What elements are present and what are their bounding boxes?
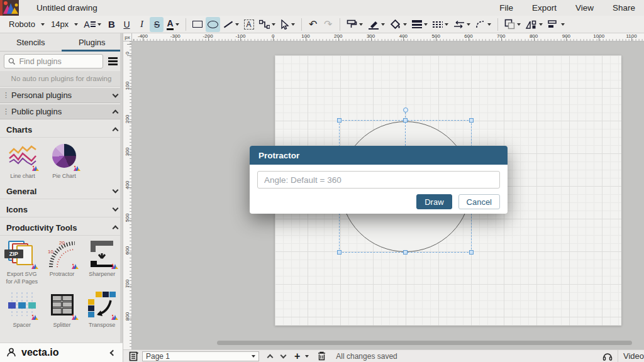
rotation-handle[interactable] (403, 107, 408, 112)
selection-handle-ne[interactable] (469, 118, 474, 123)
sidebar-scrollbar[interactable] (120, 33, 123, 343)
corner-rounding-button[interactable] (474, 17, 493, 32)
plugin-splitter[interactable]: Splitter (44, 290, 80, 329)
h-ruler-label: -400 (138, 33, 148, 39)
font-color-button[interactable]: A (165, 17, 180, 32)
section-icons[interactable]: Icons (0, 202, 123, 217)
font-color-glyph: A (167, 19, 173, 30)
angle-input[interactable] (257, 171, 500, 189)
text-tool-button[interactable]: A (242, 17, 256, 32)
page-select[interactable]: Page 1 (142, 351, 259, 361)
delete-page-button[interactable] (318, 351, 326, 361)
headphones-icon[interactable] (602, 351, 613, 361)
selection-handle-s[interactable] (403, 250, 408, 255)
text-style-glyph: A (84, 19, 89, 30)
plugin-pie-chart[interactable]: Pie Chart (45, 141, 83, 180)
prev-page-button[interactable] (268, 353, 272, 359)
document-title[interactable]: Untitled drawing (36, 3, 97, 13)
format-painter-button[interactable] (345, 17, 365, 32)
export-svg-icon: ZIP (7, 239, 37, 268)
plugin-menu-button[interactable] (107, 56, 119, 67)
connector-tool-button[interactable] (257, 17, 277, 32)
menu-export[interactable]: Export (532, 3, 557, 13)
protractor-number-10: 10 (48, 249, 53, 255)
plugin-spacer[interactable]: Spacer (4, 290, 40, 329)
plugin-transpose[interactable]: Transpose (84, 290, 120, 329)
chevron-down-icon (381, 23, 385, 26)
plugin-line-chart[interactable]: Line chart (4, 141, 42, 180)
v-ruler-label: 400 (125, 179, 130, 190)
strikethrough-button[interactable]: S (150, 17, 164, 32)
format-painter-icon (347, 19, 357, 30)
menu-share[interactable]: Share (613, 3, 635, 13)
save-status: All changes saved (336, 352, 397, 361)
pages-icon[interactable] (129, 351, 138, 361)
toolbar-separator (497, 18, 498, 31)
plugin-sharpener[interactable]: Sharpener (84, 239, 120, 285)
bold-glyph: B (108, 19, 115, 30)
draw-button[interactable]: Draw (416, 194, 452, 209)
menu-file[interactable]: File (499, 3, 513, 13)
menu-view[interactable]: View (575, 3, 594, 13)
add-page-button[interactable]: + (294, 351, 300, 361)
underline-button[interactable]: U (119, 17, 133, 32)
v-ruler-label: 0 (125, 48, 130, 59)
brand-name[interactable]: vecta.io (21, 347, 59, 358)
line-ends-button[interactable] (452, 17, 472, 32)
ellipse-tool-button[interactable] (206, 17, 220, 32)
text-style-button[interactable]: A (82, 17, 103, 32)
section-label: General (6, 187, 36, 196)
collapse-sidebar-button[interactable] (110, 349, 116, 356)
pointer-tool-button[interactable] (279, 17, 297, 32)
line-tool-button[interactable] (221, 17, 241, 32)
selection-handle-nw[interactable] (337, 118, 341, 123)
dialog-title[interactable]: Protractor (250, 146, 508, 165)
line-icon (223, 21, 232, 28)
vecta-logo-icon[interactable] (0, 0, 19, 16)
tab-plugins[interactable]: Plugins (62, 33, 123, 51)
selection-handle-se[interactable] (469, 250, 474, 255)
paint-bucket-icon (390, 19, 401, 30)
undo-button[interactable]: ↶ (306, 17, 320, 32)
drag-grip-icon: ⋮ (3, 92, 9, 99)
rectangle-tool-button[interactable] (191, 17, 204, 32)
fill-color-button[interactable] (388, 17, 409, 32)
line-style-button[interactable] (431, 17, 450, 32)
h-ruler-label: 500 (432, 33, 440, 39)
font-family-select[interactable]: Roboto (6, 17, 47, 32)
plugin-protractor[interactable]: 10 20 Protractor (44, 239, 80, 285)
plugin-search-input[interactable] (19, 57, 99, 66)
line-weight-button[interactable] (410, 17, 430, 32)
duplicate-button[interactable] (502, 17, 523, 32)
stroke-color-button[interactable] (366, 17, 387, 32)
selection-handle-sw[interactable] (337, 250, 341, 255)
tab-stencils[interactable]: Stencils (0, 33, 62, 51)
plugin-search-box[interactable] (4, 54, 103, 69)
add-page-menu-button[interactable] (303, 355, 309, 358)
menu-bar: File Export View Share (499, 3, 644, 13)
plugin-export-svg[interactable]: ZIP Export SVG for All Pages (4, 239, 40, 285)
redo-button[interactable]: ↷ (321, 17, 335, 32)
bold-button[interactable]: B (104, 17, 118, 32)
horizontal-scrollbar[interactable] (217, 341, 632, 345)
section-charts[interactable]: Charts (0, 122, 123, 138)
section-label: Icons (6, 205, 28, 214)
next-page-button[interactable] (281, 354, 286, 358)
toolbar-separator (186, 18, 186, 31)
group-personal-plugins[interactable]: ⋮ Personal plugins (0, 88, 123, 103)
drag-grip-icon: ⋮ (3, 108, 9, 115)
group-label: Public plugins (11, 107, 62, 116)
cancel-button[interactable]: Cancel (458, 194, 500, 209)
align-button[interactable] (546, 17, 567, 32)
selection-handle-n[interactable] (403, 118, 408, 123)
user-icon[interactable] (6, 348, 16, 358)
font-size-select[interactable]: 14px (48, 17, 80, 32)
group-public-plugins[interactable]: ⋮ Public plugins (0, 104, 123, 119)
statusbar-divider (618, 350, 618, 362)
section-productivity-tools[interactable]: Productivity Tools (0, 220, 123, 236)
section-general[interactable]: General (0, 184, 123, 199)
shape-operations-button[interactable] (524, 17, 545, 32)
italic-button[interactable]: I (135, 17, 148, 32)
chevron-down-icon (113, 187, 119, 194)
video-button[interactable]: Video (623, 351, 644, 361)
